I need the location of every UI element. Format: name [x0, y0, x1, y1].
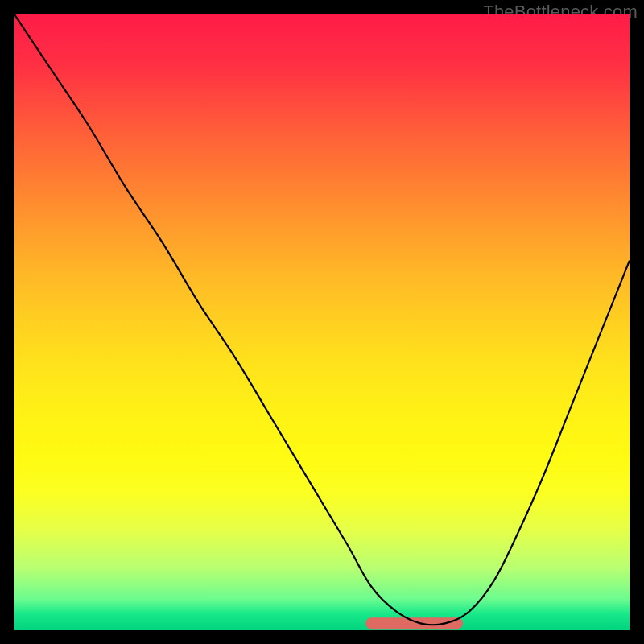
- plot-area: [14, 14, 630, 630]
- chart-svg: [14, 14, 630, 630]
- curve-line: [14, 14, 630, 625]
- chart-frame: TheBottleneck.com: [0, 0, 644, 644]
